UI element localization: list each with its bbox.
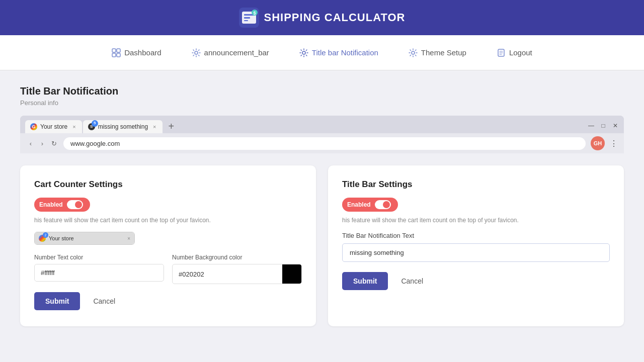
notification-favicon: S 5 (88, 123, 95, 130)
cart-counter-title: Cart Counter Settings (34, 179, 302, 190)
text-color-input[interactable] (35, 264, 164, 281)
cart-counter-cancel-button[interactable]: Cancel (85, 292, 123, 310)
mini-tab-label: Your store (49, 235, 124, 241)
bg-color-swatch[interactable] (282, 264, 301, 284)
tab-your-store-label: Your store (40, 123, 67, 130)
toggle-switch-indicator (67, 200, 83, 209)
url-input[interactable] (63, 137, 586, 150)
gear-icon-3 (409, 48, 418, 57)
text-color-group: Number Text color (34, 254, 164, 284)
browser-tabs-bar: G Your store × S 5 missing something × +… (20, 116, 624, 133)
mini-browser-bar: 2 Your store × (35, 232, 134, 244)
gear-icon-2 (299, 48, 308, 57)
title-bar-toggle[interactable]: Enabled (342, 198, 398, 212)
mini-tab-close[interactable]: × (127, 236, 130, 241)
forward-button[interactable]: › (38, 140, 47, 147)
main-content: Title Bar Notification Personal info G Y… (0, 70, 644, 341)
cart-counter-submit-button[interactable]: Submit (34, 292, 80, 310)
notification-text-input[interactable] (342, 243, 610, 262)
title-bar-buttons: Submit Cancel (342, 272, 610, 290)
text-color-label: Number Text color (34, 254, 164, 261)
cart-counter-toggle[interactable]: Enabled (34, 198, 90, 212)
title-bar-desc: his feature will show the cart item coun… (342, 217, 610, 224)
logo-container: $ Shipping Calculator (239, 8, 406, 28)
svg-point-11 (195, 51, 198, 54)
svg-rect-3 (244, 17, 250, 19)
page-title: Title Bar Notification (20, 85, 624, 97)
browser-user-avatar: GH (591, 136, 605, 150)
back-button[interactable]: ‹ (26, 140, 35, 147)
cart-counter-buttons: Submit Cancel (34, 292, 302, 310)
window-controls: — □ ✕ (588, 122, 619, 131)
mini-cart-badge: 2 (43, 232, 48, 238)
browser-nav-buttons: ‹ › ↻ (26, 140, 58, 147)
nav-title-bar-label: Title bar Notification (312, 48, 378, 57)
mini-favicon: 2 (39, 235, 46, 242)
close-button[interactable]: ✕ (612, 122, 619, 129)
settings-cards: Cart Counter Settings Enabled his featur… (20, 165, 624, 326)
nav-dashboard[interactable]: Dashboard (112, 48, 161, 57)
tab-missing-close[interactable]: × (153, 124, 156, 130)
svg-rect-4 (244, 20, 248, 21)
tab-missing-label: missing something (98, 123, 148, 130)
nav-logout[interactable]: Logout (497, 48, 532, 57)
bg-color-group: Number Background color (172, 254, 302, 284)
nav-announcement-label: announcement_bar (204, 48, 269, 57)
browser-menu-button[interactable]: ⋮ (610, 139, 618, 148)
cart-counter-enabled-label: Enabled (39, 201, 63, 208)
refresh-button[interactable]: ↻ (49, 140, 58, 147)
cart-counter-preview: 2 Your store × (34, 232, 135, 245)
svg-point-13 (412, 51, 415, 54)
add-tab-button[interactable]: + (164, 120, 180, 133)
notification-text-label: Title Bar Notification Text (342, 232, 610, 239)
title-bar-enabled-label: Enabled (347, 201, 371, 208)
cart-counter-toggle-row: Enabled (34, 198, 302, 212)
title-bar-toggle-indicator (375, 200, 391, 209)
app-title: Shipping Calculator (264, 11, 406, 24)
nav-title-bar[interactable]: Title bar Notification (299, 48, 378, 57)
google-favicon: G (30, 123, 37, 130)
cart-counter-desc: his feature will show the cart item coun… (34, 217, 302, 224)
logo-icon: $ (239, 8, 259, 28)
gear-icon-1 (192, 48, 201, 57)
nav-theme-setup[interactable]: Theme Setup (409, 48, 466, 57)
bg-color-label: Number Background color (172, 254, 302, 261)
nav-announcement-bar[interactable]: announcement_bar (192, 48, 269, 57)
tab-your-store-close[interactable]: × (72, 124, 75, 130)
notification-badge: 5 (92, 120, 98, 127)
nav-dashboard-label: Dashboard (124, 48, 161, 57)
title-bar-toggle-row: Enabled (342, 198, 610, 212)
main-nav: Dashboard announcement_bar Title bar Not… (0, 35, 644, 70)
browser-tab-your-store[interactable]: G Your store × (25, 120, 82, 133)
app-header: $ Shipping Calculator (0, 0, 644, 35)
svg-rect-10 (117, 53, 120, 57)
svg-rect-7 (112, 49, 116, 52)
minimize-button[interactable]: — (588, 122, 595, 129)
title-bar-card: Title Bar Settings Enabled his feature w… (328, 165, 624, 326)
doc-icon (497, 48, 506, 57)
bg-color-input-wrapper (172, 264, 302, 284)
browser-tab-missing[interactable]: S 5 missing something × (83, 120, 163, 133)
grid-icon (112, 48, 121, 57)
cart-counter-form: Number Text color Number Background colo… (34, 254, 302, 284)
svg-point-12 (302, 51, 305, 54)
bg-color-input[interactable] (173, 266, 282, 283)
svg-rect-8 (117, 49, 120, 52)
svg-text:$: $ (253, 11, 256, 16)
nav-theme-setup-label: Theme Setup (421, 48, 466, 57)
title-bar-cancel-button[interactable]: Cancel (393, 272, 431, 290)
maximize-button[interactable]: □ (600, 122, 607, 129)
title-bar-submit-button[interactable]: Submit (342, 272, 388, 290)
title-bar-settings-title: Title Bar Settings (342, 179, 610, 190)
text-color-input-wrapper (34, 264, 164, 282)
cart-counter-card: Cart Counter Settings Enabled his featur… (20, 165, 316, 326)
browser-mockup: G Your store × S 5 missing something × +… (20, 116, 624, 153)
page-subtitle: Personal info (20, 99, 624, 107)
browser-address-bar: ‹ › ↻ GH ⋮ (20, 133, 624, 153)
nav-logout-label: Logout (509, 48, 532, 57)
svg-rect-9 (112, 53, 116, 57)
